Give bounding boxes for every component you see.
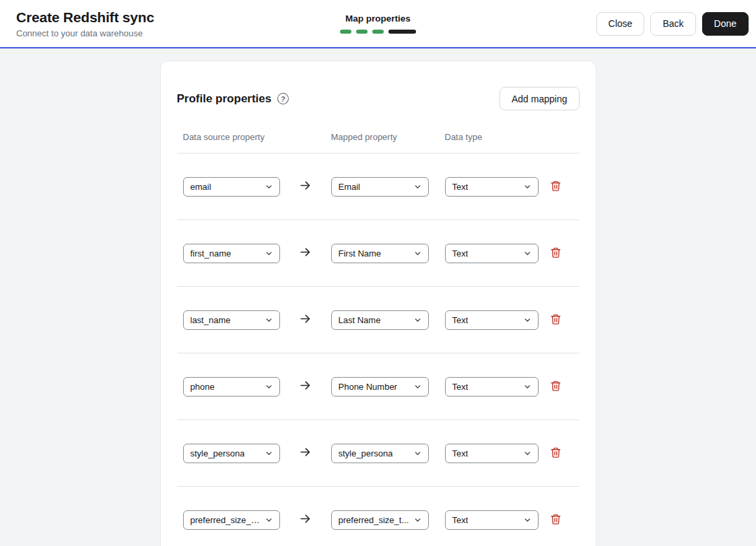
dropdown-value: Text <box>452 182 469 192</box>
dropdown-value: Text <box>452 448 469 458</box>
chevron-down-icon <box>413 382 422 391</box>
mapped-property-dropdown[interactable]: First Name <box>331 244 429 263</box>
dropdown-value: Email <box>339 182 361 192</box>
dropdown-value: Phone Number <box>339 382 397 392</box>
chevron-down-icon <box>523 449 532 458</box>
page-title: Create Redshift sync <box>16 9 340 26</box>
step-pill-current <box>388 30 416 34</box>
dropdown-value: last_name <box>191 315 231 325</box>
arrow-right-icon <box>299 312 312 328</box>
source-property-dropdown[interactable]: preferred_size_t... <box>183 510 280 530</box>
chevron-down-icon <box>265 316 273 325</box>
dropdown-value: First Name <box>339 248 382 259</box>
mapped-property-dropdown[interactable]: style_persona <box>331 444 429 463</box>
mapped-property-dropdown[interactable]: Last Name <box>331 310 429 330</box>
step-pill-done <box>356 30 368 34</box>
data-type-dropdown[interactable]: Text <box>445 310 539 330</box>
chevron-down-icon <box>523 516 532 524</box>
chevron-down-icon <box>523 182 532 191</box>
mapping-row: first_name First Name Text <box>177 220 580 287</box>
arrow-right-icon <box>299 246 312 261</box>
chevron-down-icon <box>413 182 422 191</box>
page-subtitle: Connect to your data warehouse <box>16 28 340 38</box>
trash-icon <box>550 513 561 527</box>
dropdown-value: Text <box>452 515 469 525</box>
chevron-down-icon <box>413 516 422 524</box>
source-property-dropdown[interactable]: style_persona <box>183 444 280 463</box>
delete-mapping-button[interactable] <box>549 178 563 195</box>
wizard-header: Create Redshift sync Connect to your dat… <box>0 0 756 48</box>
wizard-title-block: Create Redshift sync Connect to your dat… <box>0 9 340 38</box>
source-property-dropdown[interactable]: email <box>183 177 280 197</box>
data-type-dropdown[interactable]: Text <box>445 510 539 530</box>
mapped-property-dropdown[interactable]: Email <box>331 177 429 197</box>
data-type-dropdown[interactable]: Text <box>445 377 539 397</box>
trash-icon <box>550 313 561 327</box>
panel-title: Profile properties <box>177 92 272 106</box>
dropdown-value: preferred_size_t... <box>339 515 409 525</box>
trash-icon <box>550 380 561 394</box>
current-step-label: Map properties <box>340 13 416 24</box>
arrow-right-icon <box>299 179 312 195</box>
column-header-mapped: Mapped property <box>331 132 429 142</box>
back-button[interactable]: Back <box>650 12 695 36</box>
chevron-down-icon <box>265 449 273 458</box>
add-mapping-button[interactable]: Add mapping <box>500 87 580 110</box>
arrow-right-icon <box>299 512 312 528</box>
chevron-down-icon <box>265 382 273 391</box>
dropdown-value: email <box>191 182 211 192</box>
delete-mapping-button[interactable] <box>549 378 563 395</box>
chevron-down-icon <box>265 516 273 524</box>
mapping-row: last_name Last Name Text <box>177 287 580 353</box>
step-pill-done <box>372 30 384 34</box>
column-header-source: Data source property <box>183 132 280 142</box>
chevron-down-icon <box>413 449 422 458</box>
data-type-dropdown[interactable]: Text <box>445 244 539 263</box>
delete-mapping-button[interactable] <box>549 512 563 528</box>
data-type-dropdown[interactable]: Text <box>445 444 539 463</box>
delete-mapping-button[interactable] <box>549 445 563 462</box>
mapped-property-dropdown[interactable]: Phone Number <box>331 377 429 397</box>
panel-header: Profile properties ? Add mapping <box>177 87 580 110</box>
chevron-down-icon <box>413 316 422 325</box>
wizard-stepper: Map properties <box>340 13 416 34</box>
dropdown-value: style_persona <box>339 448 393 458</box>
mapped-property-dropdown[interactable]: preferred_size_t... <box>331 510 429 530</box>
chevron-down-icon <box>265 249 273 258</box>
dropdown-value: preferred_size_t... <box>191 515 261 525</box>
mapping-row: phone Phone Number Text <box>177 353 580 420</box>
trash-icon <box>550 446 561 460</box>
delete-mapping-button[interactable] <box>549 312 563 329</box>
mapping-row: preferred_size_t... preferred_size_t... … <box>177 487 580 546</box>
trash-icon <box>550 246 561 261</box>
chevron-down-icon <box>523 316 532 325</box>
step-pill-done <box>340 30 351 34</box>
chevron-down-icon <box>413 249 422 258</box>
source-property-dropdown[interactable]: phone <box>183 377 280 397</box>
step-progress <box>340 30 416 34</box>
column-header-type: Data type <box>445 132 539 142</box>
done-button[interactable]: Done <box>702 12 749 36</box>
chevron-down-icon <box>265 182 273 191</box>
close-button[interactable]: Close <box>596 12 645 36</box>
dropdown-value: phone <box>191 382 215 392</box>
main-content: Profile properties ? Add mapping Data so… <box>0 48 756 545</box>
source-property-dropdown[interactable]: last_name <box>183 310 280 330</box>
chevron-down-icon <box>523 249 532 258</box>
dropdown-value: first_name <box>191 248 232 259</box>
mapping-table: Data source property Mapped property Dat… <box>177 132 580 546</box>
mapping-row: email Email Text <box>177 153 580 220</box>
source-property-dropdown[interactable]: first_name <box>183 244 280 263</box>
mapping-table-header: Data source property Mapped property Dat… <box>177 132 580 153</box>
profile-properties-card: Profile properties ? Add mapping Data so… <box>160 61 596 546</box>
dropdown-value: Text <box>452 248 469 259</box>
question-mark-circle-icon[interactable]: ? <box>277 92 289 105</box>
delete-mapping-button[interactable] <box>549 245 563 262</box>
dropdown-value: Last Name <box>339 315 381 325</box>
chevron-down-icon <box>523 382 532 391</box>
trash-icon <box>550 180 561 194</box>
data-type-dropdown[interactable]: Text <box>445 177 539 197</box>
arrow-right-icon <box>299 446 312 461</box>
wizard-actions: Close Back Done <box>416 12 756 36</box>
mapping-rows: email Email Text <box>177 153 580 546</box>
